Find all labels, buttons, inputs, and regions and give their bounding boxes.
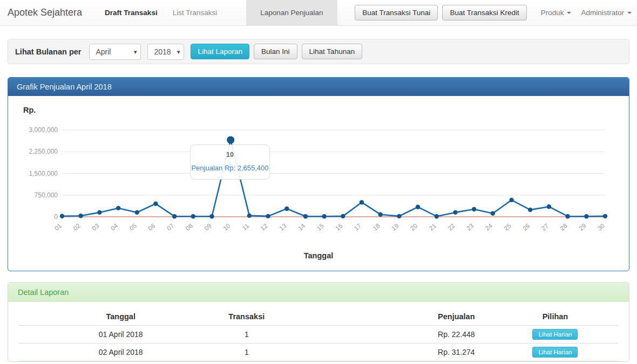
nav-item-laporan-penjualan[interactable]: Laponan Penjualan [246, 0, 337, 25]
svg-text:02: 02 [72, 222, 82, 231]
svg-text:13: 13 [278, 222, 288, 231]
svg-text:08: 08 [185, 222, 194, 231]
bulan-ini-button[interactable]: Bulan Ini [254, 44, 297, 59]
app-brand[interactable]: Apotek Sejahtera [0, 0, 90, 25]
year-select[interactable]: 2018 ▾ [147, 44, 184, 60]
x-axis-title: Tanggal [8, 251, 629, 260]
produk-dropdown[interactable]: Produk [541, 9, 572, 17]
detail-table: Tanggal Transaksi Penjualan Pilihan 01 A… [8, 302, 629, 361]
svg-text:09: 09 [203, 222, 213, 231]
sales-line-chart[interactable]: 0750,0001,500,0002,250,0003,000,00001020… [8, 123, 629, 249]
detail-report-panel: Detail Laporan Tanggal Transaksi Penjual… [8, 282, 629, 362]
select-caret-icon: ▾ [177, 44, 180, 59]
monthly-filter-bar: Lihat Bulanan per April ▾ 2018 ▾ Lihat L… [8, 39, 629, 64]
detail-panel-title: Detail Laporan [8, 283, 629, 302]
svg-text:12: 12 [259, 222, 269, 231]
nav-item-draft-transaksi[interactable]: Draft Transaksi [97, 0, 165, 25]
svg-text:20: 20 [409, 222, 419, 231]
svg-text:15: 15 [315, 222, 325, 231]
cell-penjualan: Rp. 31.274 [438, 348, 475, 356]
lihat-harian-button[interactable]: Lihat Harian [532, 329, 578, 340]
lihat-laporan-button[interactable]: Lihat Laporan [191, 44, 249, 59]
svg-text:23: 23 [465, 222, 475, 231]
month-select-value: April [96, 47, 111, 56]
svg-text:16: 16 [334, 222, 344, 231]
buat-transaksi-tunai-button[interactable]: Buat Transaksi Tunai [355, 5, 438, 20]
svg-text:750,000: 750,000 [35, 191, 58, 199]
svg-text:11: 11 [241, 222, 250, 231]
lihat-harian-button[interactable]: Lihat Harian [532, 347, 578, 358]
chart-panel-title: Grafik Penjualan April 2018 [8, 78, 629, 96]
lihat-tahunan-button[interactable]: Lihat Tahunan [302, 44, 363, 59]
x-axis-labels: 0102030405060708091011121314151617181920… [53, 222, 606, 232]
table-row: 01 April 2018 1 Rp. 22.448 Lihat Harian [19, 326, 618, 344]
tooltip-value: Penjualan Rp: 2,655,400 [191, 164, 269, 172]
svg-text:06: 06 [147, 222, 157, 231]
month-select[interactable]: April ▾ [89, 44, 141, 60]
col-header-pilihan: Pilihan [543, 312, 568, 321]
y-axis-labels: 0750,0001,500,0002,250,0003,000,000 [29, 126, 58, 221]
top-navbar: Apotek Sejahtera Draft Transaksi List Tr… [0, 0, 637, 26]
svg-text:24: 24 [484, 222, 494, 232]
chart-tooltip: 10 Penjualan Rp: 2,655,400 [190, 145, 270, 180]
svg-text:07: 07 [166, 222, 175, 231]
navbar-right: Buat Transaksi Tunai Buat Transaksi Kred… [355, 0, 637, 25]
svg-text:18: 18 [371, 222, 381, 231]
svg-text:3,000,000: 3,000,000 [29, 126, 58, 134]
svg-text:28: 28 [559, 222, 568, 231]
cell-transaksi: 1 [245, 348, 249, 356]
caret-down-icon [567, 12, 571, 14]
nav-item-list-transaksi[interactable]: List Transaksi [165, 0, 225, 25]
y-gridlines [62, 130, 605, 217]
administrator-dropdown-label: Administrator [581, 9, 624, 17]
svg-text:05: 05 [128, 222, 138, 231]
svg-text:22: 22 [446, 222, 456, 231]
tooltip-day: 10 [191, 151, 269, 159]
svg-text:14: 14 [297, 222, 307, 232]
svg-text:03: 03 [91, 222, 100, 231]
cell-transaksi: 1 [245, 330, 249, 339]
svg-text:1,500,000: 1,500,000 [29, 170, 58, 177]
series-penjualan-points[interactable] [60, 136, 607, 219]
cell-tanggal: 01 April 2018 [99, 330, 143, 339]
y-axis-unit-label: Rp. [23, 106, 36, 114]
table-header-row: Tanggal Transaksi Penjualan Pilihan [19, 302, 618, 326]
svg-text:21: 21 [428, 222, 438, 231]
select-caret-icon: ▾ [134, 44, 137, 59]
cell-tanggal: 02 April 2018 [99, 348, 143, 356]
caret-down-icon [627, 12, 632, 14]
svg-text:19: 19 [390, 222, 400, 231]
svg-text:17: 17 [353, 222, 363, 231]
cell-penjualan: Rp. 22.448 [438, 330, 475, 339]
filter-label: Lihat Bulanan per [15, 47, 81, 56]
svg-text:26: 26 [521, 222, 531, 231]
chart-body: Rp. 0750,0001,500,0002,250,0003,000,0000… [8, 96, 629, 271]
svg-text:30: 30 [597, 222, 606, 231]
svg-text:10: 10 [222, 222, 232, 231]
svg-text:25: 25 [503, 222, 512, 231]
year-select-value: 2018 [154, 47, 171, 56]
svg-text:29: 29 [578, 222, 587, 231]
administrator-dropdown[interactable]: Administrator [581, 9, 632, 17]
produk-dropdown-label: Produk [541, 9, 564, 17]
col-header-transaksi: Transaksi [228, 312, 265, 321]
svg-text:04: 04 [110, 222, 119, 232]
col-header-penjualan: Penjualan [438, 312, 475, 321]
svg-text:2,250,000: 2,250,000 [29, 148, 58, 155]
sales-chart-panel: Grafik Penjualan April 2018 Rp. 0750,000… [8, 77, 629, 271]
buat-transaksi-kredit-button[interactable]: Buat Transaksi Kredit [442, 5, 526, 20]
svg-text:27: 27 [540, 222, 550, 231]
svg-text:01: 01 [53, 222, 63, 231]
svg-text:0: 0 [54, 213, 58, 221]
table-row: 02 April 2018 1 Rp. 31.274 Lihat Harian [19, 344, 618, 361]
col-header-tanggal: Tanggal [106, 312, 135, 321]
